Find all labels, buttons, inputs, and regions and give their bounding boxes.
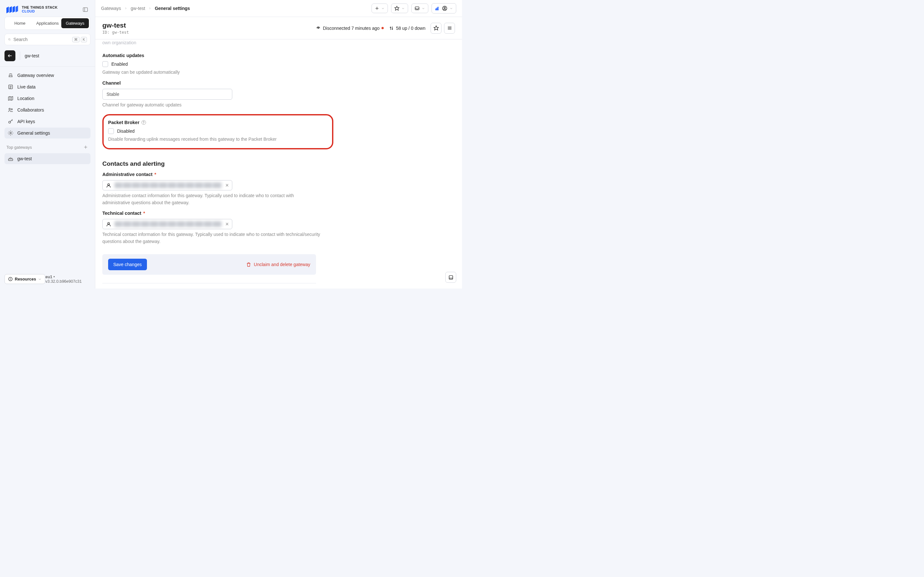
- collapse-sidebar-button[interactable]: [81, 6, 89, 13]
- connection-status: Disconnected 7 minutes ago: [316, 26, 384, 31]
- clear-admin-contact-button[interactable]: ×: [225, 182, 229, 188]
- gateway-icon: [8, 73, 13, 78]
- packet-broker-checkbox-label: Disabled: [117, 129, 134, 134]
- field-automatic-updates: Automatic updates Enabled Gateway can be…: [102, 53, 333, 76]
- channel-input[interactable]: Stable: [102, 89, 232, 100]
- search-icon: [8, 37, 11, 42]
- form-action-bar: Save changes Unclaim and delete gateway: [102, 254, 316, 275]
- chevron-down-icon: [449, 7, 453, 10]
- clear-tech-contact-button[interactable]: ×: [225, 221, 229, 227]
- main-area: Gateways gw-test General settings: [95, 0, 462, 288]
- redacted-value: [115, 221, 222, 227]
- contacts-section-title: Contacts and alerting: [102, 160, 333, 167]
- add-menu-button[interactable]: [372, 3, 388, 13]
- favorites-menu-button[interactable]: [391, 3, 408, 13]
- panel-toggle-button[interactable]: [445, 272, 456, 283]
- packet-broker-checkbox[interactable]: [108, 128, 114, 134]
- top-gateway-item[interactable]: gw-test: [5, 153, 90, 164]
- page-title: gw-test: [102, 21, 129, 29]
- breadcrumb-current: General settings: [155, 6, 190, 11]
- gear-icon: [8, 130, 13, 136]
- trash-icon: [246, 262, 251, 267]
- topbar: Gateways gw-test General settings: [95, 0, 462, 17]
- sidebar-item-location[interactable]: Location: [5, 93, 90, 104]
- svg-rect-0: [83, 8, 87, 11]
- chevron-down-icon: [381, 7, 384, 10]
- org-icon: [435, 6, 440, 11]
- svg-point-34: [318, 28, 318, 29]
- svg-marker-9: [8, 97, 13, 100]
- key-icon: [8, 119, 13, 124]
- breadcrumb: Gateways gw-test General settings: [101, 6, 190, 11]
- page-id: gw-test: [112, 30, 129, 35]
- sidebar-item-collaborators[interactable]: Collaborators: [5, 105, 90, 115]
- svg-point-40: [108, 222, 110, 224]
- svg-line-3: [10, 40, 11, 40]
- sidebar-item-general-settings[interactable]: General settings: [5, 127, 90, 139]
- resources-button[interactable]: Resources: [5, 274, 45, 284]
- page-menu-button[interactable]: [444, 23, 455, 34]
- brand-logo[interactable]: THE THINGS STACK CLOUD: [6, 6, 58, 13]
- svg-point-24: [10, 278, 11, 279]
- svg-marker-35: [434, 26, 438, 30]
- search-input-wrapper[interactable]: ⌘K: [5, 34, 90, 45]
- svg-point-12: [9, 108, 11, 110]
- cutoff-previous-text: own organization: [102, 39, 333, 48]
- account-menu-button[interactable]: [431, 3, 456, 13]
- content-scroll[interactable]: own organization Automatic updates Enabl…: [95, 39, 462, 288]
- svg-point-13: [11, 109, 13, 110]
- admin-contact-select[interactable]: ×: [102, 180, 232, 190]
- star-page-button[interactable]: [431, 23, 441, 34]
- star-icon: [433, 25, 439, 31]
- tab-home[interactable]: Home: [6, 18, 34, 28]
- auto-updates-checkbox-label: Enabled: [111, 61, 128, 67]
- star-icon: [394, 6, 399, 11]
- svg-rect-30: [437, 8, 437, 10]
- panel-icon: [448, 275, 454, 280]
- delete-gateway-button[interactable]: Unclaim and delete gateway: [246, 262, 310, 267]
- redacted-value: [115, 182, 222, 188]
- svg-marker-27: [395, 6, 399, 10]
- help-icon[interactable]: ?: [142, 120, 146, 125]
- svg-rect-29: [436, 9, 436, 10]
- field-tech-contact: Technical contact* × Technical contact i…: [102, 211, 333, 245]
- auto-updates-checkbox[interactable]: [102, 61, 108, 67]
- chevron-right-icon: [148, 7, 152, 10]
- sidebar-item-overview[interactable]: Gateway overview: [5, 70, 90, 81]
- breadcrumb-gateways[interactable]: Gateways: [101, 6, 121, 11]
- status-dot-icon: [381, 27, 384, 29]
- search-input[interactable]: [13, 37, 69, 42]
- breadcrumb-gw[interactable]: gw-test: [131, 6, 145, 11]
- tab-gateways[interactable]: Gateways: [61, 18, 89, 28]
- svg-point-14: [9, 121, 11, 123]
- info-icon: [8, 277, 13, 282]
- inbox-menu-button[interactable]: [411, 3, 428, 13]
- brand-line2: CLOUD: [22, 10, 58, 13]
- svg-point-15: [10, 132, 11, 134]
- field-channel: Channel Stable Channel for gateway autom…: [102, 81, 333, 109]
- version-label: eu1 • v3.32.0.b96e907c31: [45, 275, 90, 284]
- logo-mark-icon: [6, 6, 19, 13]
- map-icon: [8, 95, 13, 101]
- save-button[interactable]: Save changes: [108, 259, 147, 270]
- antenna-icon: [316, 26, 321, 31]
- top-gateways-label: Top gateways: [6, 145, 32, 150]
- plus-icon: [375, 6, 379, 11]
- sidebar-nav: Gateway overview Live data Location Coll…: [5, 70, 90, 139]
- primary-nav-tabs: Home Applications Gateways: [5, 17, 90, 30]
- tab-applications[interactable]: Applications: [34, 18, 61, 28]
- current-gateway-name: gw-test: [25, 53, 39, 58]
- add-gateway-button[interactable]: [83, 144, 89, 150]
- back-button[interactable]: [5, 50, 15, 61]
- tech-contact-select[interactable]: ×: [102, 219, 232, 229]
- sidebar-item-api-keys[interactable]: API keys: [5, 116, 90, 127]
- svg-point-39: [108, 183, 110, 185]
- users-icon: [8, 107, 13, 113]
- highlight-packet-broker: Packet Broker ? Disabled Disable forward…: [102, 114, 333, 149]
- search-kbd-hint: ⌘K: [72, 37, 87, 42]
- page-header: gw-test ID: gw-test Disconnected 7 minut…: [95, 17, 462, 39]
- user-icon: [106, 183, 111, 188]
- chevron-down-icon: [401, 7, 405, 10]
- sidebar-item-live-data[interactable]: Live data: [5, 81, 90, 92]
- updown-icon: [389, 26, 394, 31]
